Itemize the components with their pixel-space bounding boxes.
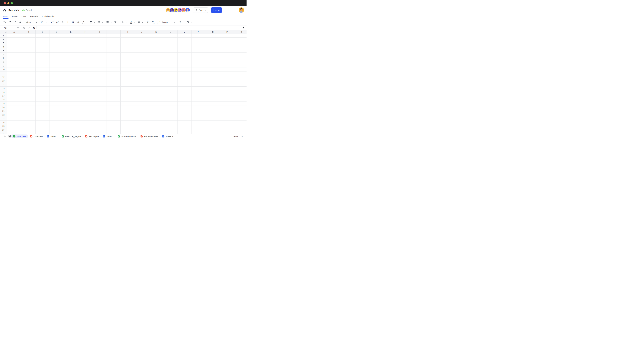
menu-tab-start[interactable]: Start	[3, 14, 8, 19]
column-header-E[interactable]: E	[64, 30, 78, 34]
horizontal-align-button[interactable]	[106, 20, 110, 24]
row-header-8[interactable]: 8	[0, 60, 7, 64]
chevron-down-icon[interactable]	[94, 22, 96, 23]
column-header-B[interactable]: B	[21, 30, 36, 34]
row-header-25[interactable]: 25	[0, 124, 7, 128]
sheet-tab-week-3[interactable]: Week 3	[162, 135, 173, 138]
filter-button[interactable]	[186, 20, 190, 24]
row-header-26[interactable]: 26	[0, 128, 7, 132]
row-header-17[interactable]: 17	[0, 94, 7, 98]
font-size-select[interactable]: 10	[40, 20, 48, 24]
collaborator-avatar[interactable]	[182, 8, 186, 12]
chevron-down-icon[interactable]	[118, 22, 120, 23]
row-header-10[interactable]: 10	[0, 68, 7, 71]
merge-cells-button[interactable]	[137, 20, 141, 24]
insert-function-button[interactable]: fx	[33, 26, 35, 29]
login-button[interactable]: Log in	[211, 7, 222, 13]
column-header-F[interactable]: F	[78, 30, 92, 34]
menu-tab-insert[interactable]: Insert	[12, 14, 18, 19]
new-document-button[interactable]	[232, 8, 236, 12]
zoom-level[interactable]: 100%	[232, 135, 238, 137]
row-header-3[interactable]: 3	[0, 41, 7, 45]
column-header-O[interactable]: O	[206, 30, 220, 34]
chevron-down-icon[interactable]	[102, 22, 103, 23]
zoom-in-button[interactable]: +	[241, 135, 244, 138]
column-header-D[interactable]: D	[50, 30, 64, 34]
decrease-font-size-button[interactable]: A−	[55, 20, 60, 24]
cancel-entry-button[interactable]	[21, 27, 26, 29]
cells-area[interactable]	[7, 34, 246, 134]
row-header-19[interactable]: 19	[0, 102, 7, 105]
text-wrap-button[interactable]	[121, 20, 125, 24]
format-painter-button[interactable]	[13, 20, 17, 24]
sheet-tab-metric-aggregate[interactable]: xMetric aggregate	[62, 135, 81, 138]
vertical-align-button[interactable]	[113, 20, 118, 24]
increase-decimal-button[interactable]: .00→	[151, 20, 155, 24]
zoom-out-button[interactable]: −	[226, 135, 229, 138]
borders-button[interactable]	[97, 20, 101, 24]
row-header-20[interactable]: 20	[0, 105, 7, 109]
sheet-tab-jan-source-data[interactable]: xJan source data	[118, 135, 136, 138]
row-header-18[interactable]: 18	[0, 98, 7, 102]
redo-button[interactable]	[8, 20, 12, 24]
column-header-Q[interactable]: Q	[234, 30, 246, 34]
decrease-decimal-button[interactable]: .0←	[156, 20, 160, 24]
row-header-5[interactable]: 5	[0, 49, 7, 53]
column-header-C[interactable]: C	[36, 30, 50, 34]
chevron-down-icon[interactable]	[142, 22, 144, 23]
chevron-down-icon[interactable]	[191, 22, 192, 23]
strikethrough-button[interactable]: S	[76, 20, 80, 24]
collaborator-avatar[interactable]	[186, 8, 190, 12]
row-header-2[interactable]: 2	[0, 37, 7, 41]
chevron-down-icon[interactable]	[183, 22, 185, 23]
home-button[interactable]	[3, 8, 6, 12]
hamburger-menu-icon[interactable]	[225, 8, 229, 12]
row-header-12[interactable]: 12	[0, 75, 7, 79]
column-header-P[interactable]: P	[220, 30, 234, 34]
collaborator-avatar[interactable]	[170, 8, 174, 12]
row-header-9[interactable]: 9	[0, 64, 7, 68]
menu-tab-collaboration[interactable]: Collaboration	[42, 14, 55, 19]
column-header-K[interactable]: K	[149, 30, 163, 34]
column-header-M[interactable]: M	[178, 30, 192, 34]
formula-bar-expand-button[interactable]	[242, 27, 244, 28]
italic-button[interactable]: I	[66, 20, 70, 24]
row-header-6[interactable]: 6	[0, 53, 7, 56]
eraser-button[interactable]	[18, 20, 22, 24]
select-all-corner[interactable]	[0, 30, 7, 34]
edit-mode-button[interactable]: Edit	[193, 7, 208, 13]
sheet-list-button[interactable]	[8, 134, 12, 138]
row-header-24[interactable]: 24	[0, 120, 7, 124]
underline-button[interactable]: U	[71, 20, 75, 24]
row-header-27[interactable]: 27	[0, 132, 7, 134]
chevron-down-icon[interactable]	[134, 22, 136, 23]
formula-input[interactable]	[36, 25, 246, 30]
window-minimize-button[interactable]	[8, 2, 10, 4]
undo-button[interactable]	[2, 20, 6, 24]
bold-button[interactable]: B	[60, 20, 64, 24]
row-header-13[interactable]: 13	[0, 79, 7, 83]
confirm-entry-button[interactable]	[26, 27, 32, 29]
menu-tab-data[interactable]: Data	[22, 14, 26, 19]
column-header-L[interactable]: L	[163, 30, 177, 34]
autosum-button[interactable]: Σ	[178, 20, 182, 24]
sheet-tab-raw-data[interactable]: xRaw data	[11, 134, 28, 138]
row-header-14[interactable]: 14	[0, 83, 7, 87]
number-format-select[interactable]: Accou...	[162, 20, 176, 24]
currency-format-button[interactable]: ¥	[146, 20, 150, 24]
user-avatar[interactable]	[239, 7, 244, 13]
increase-font-size-button[interactable]: A+	[50, 20, 54, 24]
window-zoom-button[interactable]	[11, 2, 13, 4]
add-sheet-button[interactable]	[3, 134, 6, 138]
collaborator-avatar[interactable]	[178, 8, 182, 12]
row-header-23[interactable]: 23	[0, 117, 7, 120]
column-header-H[interactable]: H	[106, 30, 120, 34]
chevron-down-icon[interactable]	[126, 22, 128, 23]
collaborator-avatar[interactable]	[166, 8, 170, 12]
sheet-tab-per-associates[interactable]: Per associates	[140, 135, 158, 138]
row-header-4[interactable]: 4	[0, 45, 7, 49]
column-header-G[interactable]: G	[92, 30, 106, 34]
collaborator-avatar[interactable]	[174, 8, 178, 12]
menu-tab-formula[interactable]: Formula	[30, 14, 38, 19]
row-header-15[interactable]: 15	[0, 87, 7, 90]
